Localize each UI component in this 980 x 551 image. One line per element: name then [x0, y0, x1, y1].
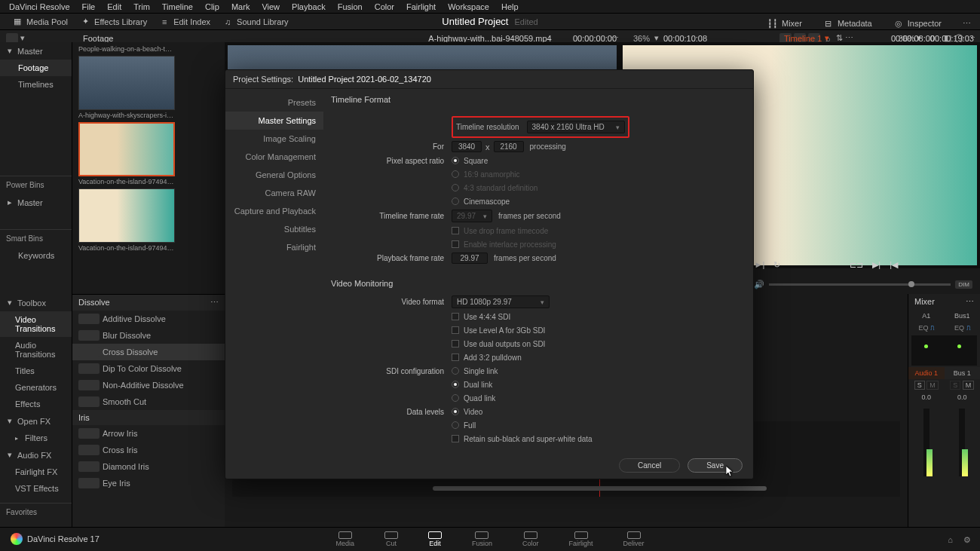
menu-help[interactable]: Help [495, 2, 525, 11]
clip-item[interactable]: Vacation-on-the-island-974946 Re... [78, 188, 219, 252]
edit-page[interactable]: Edit [428, 531, 442, 547]
menu-playback[interactable]: Playback [286, 2, 332, 11]
menu-mark[interactable]: Mark [225, 2, 256, 11]
timeline-name[interactable]: Timeline 1 [784, 34, 822, 43]
effect-diamond-iris[interactable]: Diamond Iris [72, 458, 225, 475]
src-clip[interactable]: A-highway-with...bai-948059.mp4 [428, 34, 551, 43]
fairlight-page[interactable]: Fairlight [569, 531, 593, 547]
loop-icon[interactable]: ↻ [773, 260, 780, 270]
radio-square[interactable] [452, 157, 459, 164]
inspector-toggle[interactable]: ◎Inspector [887, 18, 948, 29]
openfx-nav[interactable]: ▾Open FX [0, 412, 72, 430]
tab-fairlight[interactable]: Fairlight [225, 238, 323, 256]
effect-eye-iris[interactable]: Eye Iris [72, 475, 225, 491]
tab-image-scaling[interactable]: Image Scaling [225, 130, 323, 148]
menu-app[interactable]: DaVinci Resolve [3, 2, 76, 11]
color-page[interactable]: Color [522, 531, 539, 547]
fairlightfx-nav[interactable]: Fairlight FX [0, 464, 72, 480]
gear-icon[interactable]: ⚙ [963, 535, 971, 545]
media-page[interactable]: Media [335, 531, 354, 547]
more-icon[interactable]: ⋯ [210, 298, 219, 308]
effect-additive-dissolve[interactable]: Additive Dissolve [72, 311, 225, 327]
effects-nav-item[interactable]: Effects [0, 396, 72, 412]
filters-nav[interactable]: ▸Filters [0, 430, 72, 446]
powerbin-master[interactable]: ▸Master [0, 194, 72, 211]
tab-master-settings[interactable]: Master Settings [225, 112, 323, 130]
tl-zoom[interactable]: 36% [633, 34, 650, 43]
menu-clip[interactable]: Clip [199, 2, 225, 11]
clip-item[interactable]: A-highway-with-skyscrapers-in-du... [78, 56, 219, 119]
menu-fusion[interactable]: Fusion [332, 2, 369, 11]
toolbox[interactable]: ▾Toolbox [0, 294, 72, 311]
radio-dual[interactable] [452, 381, 459, 388]
radio-full[interactable] [452, 421, 459, 429]
menu-workspace[interactable]: Workspace [442, 2, 495, 11]
timelines-bin[interactable]: Timelines [0, 76, 72, 93]
sound-lib-toggle[interactable]: ♫Sound Library [216, 17, 295, 27]
more-icon[interactable]: ⋯ [957, 19, 977, 29]
check-level-a[interactable] [452, 326, 459, 334]
radio-video[interactable] [452, 408, 459, 415]
channel-bus1[interactable]: Bus1 [945, 310, 981, 322]
check-retain[interactable] [452, 435, 459, 442]
tab-color-management[interactable]: Color Management [225, 148, 323, 166]
master-bin[interactable]: ▾Master [0, 42, 72, 60]
edit-index-toggle[interactable]: ≡Edit Index [153, 17, 216, 27]
titles-nav[interactable]: Titles [0, 363, 72, 379]
video-transitions[interactable]: Video Transitions [0, 311, 72, 337]
tab-camera-raw[interactable]: Camera RAW [225, 184, 323, 202]
audio-transitions[interactable]: Audio Transitions [0, 337, 72, 363]
clip-item[interactable]: Vacation-on-the-island-974946.mp4 [78, 122, 219, 185]
check-dual-output[interactable] [452, 340, 459, 347]
menu-file[interactable]: File [76, 2, 102, 11]
radio-single[interactable] [452, 367, 459, 375]
effect-dip-to-color[interactable]: Dip To Color Dissolve [72, 360, 225, 377]
effect-cross-iris[interactable]: Cross Iris [72, 442, 225, 458]
cut-page[interactable]: Cut [384, 531, 398, 547]
speaker-icon[interactable]: 🔊 [754, 280, 764, 289]
tab-subtitles[interactable]: Subtitles [225, 220, 323, 238]
keywords-bin[interactable]: Keywords [0, 247, 72, 264]
dim-button[interactable]: DIM [955, 280, 972, 289]
height-input[interactable]: 2160 [494, 141, 524, 152]
fusion-page[interactable]: Fusion [472, 531, 492, 547]
in-icon[interactable]: |◀ [890, 260, 898, 270]
radio-sd[interactable] [452, 184, 459, 191]
metadata-toggle[interactable]: ⊟Metadata [817, 18, 878, 29]
video-format-select[interactable]: HD 1080p 29.97 [452, 295, 550, 308]
vst-nav[interactable]: VST Effects [0, 480, 72, 497]
menu-fairlight[interactable]: Fairlight [400, 2, 442, 11]
menu-timeline[interactable]: Timeline [156, 2, 199, 11]
effect-cross-dissolve[interactable]: Cross Dissolve [72, 344, 225, 360]
clip-item[interactable]: People-walking-on-a-beach-top-vi... [78, 45, 219, 53]
menu-trim[interactable]: Trim [127, 2, 156, 11]
menu-edit[interactable]: Edit [101, 2, 127, 11]
playback-rate-input[interactable]: 29.97 [452, 253, 488, 264]
next-clip-icon[interactable]: ►| [755, 260, 765, 269]
media-pool-toggle[interactable]: ▦Media Pool [6, 17, 74, 27]
footage-bin[interactable]: Footage [0, 60, 72, 76]
effects-lib-toggle[interactable]: ✦Effects Library [74, 17, 153, 27]
menu-color[interactable]: Color [369, 2, 400, 11]
check-444[interactable] [452, 313, 459, 320]
channel-a1[interactable]: A1 [908, 310, 945, 322]
menu-view[interactable]: View [256, 2, 286, 11]
home-icon[interactable]: ⌂ [948, 535, 953, 545]
radio-quad[interactable] [452, 394, 459, 402]
match-frame-icon[interactable]: ⊏⊐ [850, 260, 863, 270]
tab-capture[interactable]: Capture and Playback [225, 202, 323, 220]
mixer-toggle[interactable]: ┇┇Mixer [761, 18, 808, 29]
effect-smooth-cut[interactable]: Smooth Cut [72, 393, 225, 410]
effect-blur-dissolve[interactable]: Blur Dissolve [72, 327, 225, 344]
deliver-page[interactable]: Deliver [623, 531, 645, 547]
generators-nav[interactable]: Generators [0, 379, 72, 396]
radio-anamorphic[interactable] [452, 170, 459, 178]
effect-non-additive[interactable]: Non-Additive Dissolve [72, 377, 225, 393]
radio-cinemascope[interactable] [452, 197, 459, 205]
tab-general[interactable]: General Options [225, 166, 323, 184]
width-input[interactable]: 3840 [452, 141, 482, 152]
check-pulldown[interactable] [452, 354, 459, 361]
audiofx-nav[interactable]: ▾Audio FX [0, 446, 72, 464]
more-icon[interactable]: ⋯ [966, 297, 974, 307]
out-icon[interactable]: ▶| [872, 260, 880, 270]
